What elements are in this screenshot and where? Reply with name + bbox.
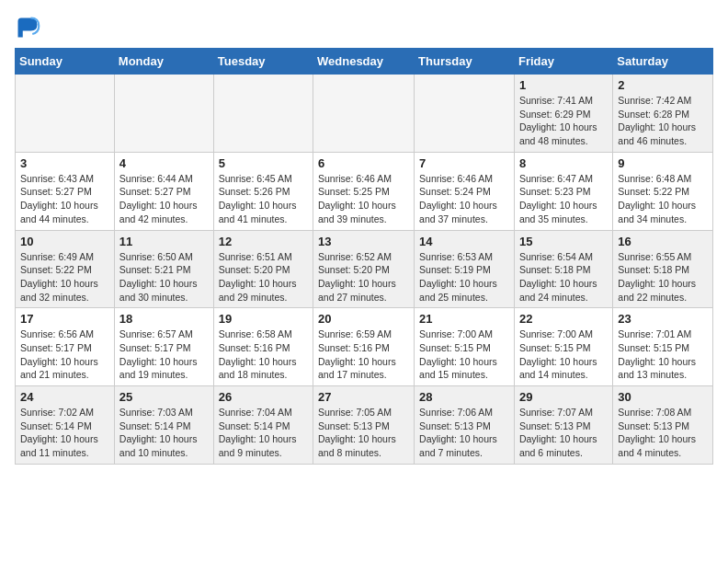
calendar-cell (16, 75, 115, 153)
day-number: 10 (20, 235, 109, 248)
calendar-cell (213, 75, 313, 153)
calendar-cell: 23Sunrise: 7:01 AM Sunset: 5:15 PM Dayli… (613, 308, 713, 386)
calendar-cell: 4Sunrise: 6:44 AM Sunset: 5:27 PM Daylig… (114, 152, 213, 230)
calendar-cell: 3Sunrise: 6:43 AM Sunset: 5:27 PM Daylig… (16, 152, 115, 230)
day-info: Sunrise: 6:48 AM Sunset: 5:22 PM Dayligh… (618, 172, 708, 226)
day-info: Sunrise: 6:57 AM Sunset: 5:17 PM Dayligh… (119, 327, 209, 382)
day-info: Sunrise: 7:02 AM Sunset: 5:14 PM Dayligh… (20, 406, 109, 460)
day-number: 24 (20, 390, 109, 404)
day-number: 12 (219, 235, 308, 248)
day-number: 9 (618, 156, 708, 170)
calendar-cell: 28Sunrise: 7:06 AM Sunset: 5:13 PM Dayli… (415, 386, 515, 465)
calendar-cell (114, 75, 213, 153)
day-info: Sunrise: 6:43 AM Sunset: 5:27 PM Dayligh… (20, 172, 109, 226)
day-number: 27 (318, 390, 409, 404)
day-number: 30 (618, 390, 708, 404)
day-info: Sunrise: 6:56 AM Sunset: 5:17 PM Dayligh… (20, 327, 109, 382)
header (15, 15, 713, 40)
day-number: 14 (419, 235, 509, 248)
day-info: Sunrise: 6:44 AM Sunset: 5:27 PM Dayligh… (119, 172, 209, 226)
calendar-cell: 10Sunrise: 6:49 AM Sunset: 5:22 PM Dayli… (16, 230, 115, 308)
calendar-cell: 19Sunrise: 6:58 AM Sunset: 5:16 PM Dayli… (213, 308, 313, 386)
calendar-week-row: 24Sunrise: 7:02 AM Sunset: 5:14 PM Dayli… (16, 386, 713, 465)
calendar-cell: 15Sunrise: 6:54 AM Sunset: 5:18 PM Dayli… (514, 230, 612, 308)
calendar-week-row: 17Sunrise: 6:56 AM Sunset: 5:17 PM Dayli… (16, 308, 713, 386)
day-info: Sunrise: 7:08 AM Sunset: 5:13 PM Dayligh… (618, 406, 708, 460)
calendar-cell: 26Sunrise: 7:04 AM Sunset: 5:14 PM Dayli… (213, 386, 313, 465)
calendar-cell: 11Sunrise: 6:50 AM Sunset: 5:21 PM Dayli… (114, 230, 213, 308)
calendar-cell: 30Sunrise: 7:08 AM Sunset: 5:13 PM Dayli… (613, 386, 713, 465)
day-number: 4 (119, 156, 209, 170)
day-number: 19 (219, 312, 308, 326)
day-number: 13 (318, 235, 409, 248)
day-info: Sunrise: 7:05 AM Sunset: 5:13 PM Dayligh… (318, 406, 409, 460)
day-number: 5 (219, 156, 308, 170)
calendar-cell: 8Sunrise: 6:47 AM Sunset: 5:23 PM Daylig… (514, 152, 612, 230)
calendar-week-row: 10Sunrise: 6:49 AM Sunset: 5:22 PM Dayli… (16, 230, 713, 308)
day-number: 28 (419, 390, 509, 404)
day-number: 22 (519, 312, 608, 326)
page: SundayMondayTuesdayWednesdayThursdayFrid… (0, 0, 728, 472)
calendar-cell: 1Sunrise: 7:41 AM Sunset: 6:29 PM Daylig… (514, 75, 612, 153)
day-number: 2 (618, 78, 708, 92)
calendar-cell: 24Sunrise: 7:02 AM Sunset: 5:14 PM Dayli… (16, 386, 115, 465)
day-number: 29 (519, 390, 608, 404)
day-info: Sunrise: 6:46 AM Sunset: 5:24 PM Dayligh… (419, 172, 509, 226)
day-number: 11 (119, 235, 209, 248)
day-info: Sunrise: 6:45 AM Sunset: 5:26 PM Dayligh… (219, 172, 308, 226)
col-header-saturday: Saturday (613, 49, 713, 75)
day-info: Sunrise: 6:53 AM Sunset: 5:19 PM Dayligh… (419, 250, 509, 304)
col-header-monday: Monday (114, 49, 213, 75)
calendar-cell: 2Sunrise: 7:42 AM Sunset: 6:28 PM Daylig… (613, 75, 713, 153)
calendar-cell: 6Sunrise: 6:46 AM Sunset: 5:25 PM Daylig… (313, 152, 415, 230)
calendar-cell: 18Sunrise: 6:57 AM Sunset: 5:17 PM Dayli… (114, 308, 213, 386)
day-number: 1 (519, 78, 608, 92)
day-info: Sunrise: 7:01 AM Sunset: 5:15 PM Dayligh… (618, 327, 708, 382)
col-header-wednesday: Wednesday (313, 49, 415, 75)
day-info: Sunrise: 7:04 AM Sunset: 5:14 PM Dayligh… (219, 406, 308, 460)
calendar-week-row: 1Sunrise: 7:41 AM Sunset: 6:29 PM Daylig… (16, 75, 713, 153)
day-number: 25 (119, 390, 209, 404)
col-header-sunday: Sunday (16, 49, 115, 75)
day-number: 15 (519, 235, 608, 248)
calendar-cell: 7Sunrise: 6:46 AM Sunset: 5:24 PM Daylig… (415, 152, 515, 230)
day-info: Sunrise: 6:58 AM Sunset: 5:16 PM Dayligh… (219, 327, 308, 382)
day-info: Sunrise: 6:49 AM Sunset: 5:22 PM Dayligh… (20, 250, 109, 304)
day-info: Sunrise: 6:51 AM Sunset: 5:20 PM Dayligh… (219, 250, 308, 304)
day-info: Sunrise: 7:00 AM Sunset: 5:15 PM Dayligh… (419, 327, 509, 382)
calendar-cell: 12Sunrise: 6:51 AM Sunset: 5:20 PM Dayli… (213, 230, 313, 308)
day-number: 23 (618, 312, 708, 326)
day-number: 7 (419, 156, 509, 170)
calendar-cell (415, 75, 515, 153)
calendar-cell: 9Sunrise: 6:48 AM Sunset: 5:22 PM Daylig… (613, 152, 713, 230)
calendar-cell: 16Sunrise: 6:55 AM Sunset: 5:18 PM Dayli… (613, 230, 713, 308)
day-number: 16 (618, 235, 708, 248)
day-number: 6 (318, 156, 409, 170)
calendar-cell: 27Sunrise: 7:05 AM Sunset: 5:13 PM Dayli… (313, 386, 415, 465)
day-info: Sunrise: 7:03 AM Sunset: 5:14 PM Dayligh… (119, 406, 209, 460)
col-header-tuesday: Tuesday (213, 49, 313, 75)
day-number: 26 (219, 390, 308, 404)
calendar-cell: 5Sunrise: 6:45 AM Sunset: 5:26 PM Daylig… (213, 152, 313, 230)
calendar-cell: 17Sunrise: 6:56 AM Sunset: 5:17 PM Dayli… (16, 308, 115, 386)
logo (15, 15, 44, 40)
day-number: 20 (318, 312, 409, 326)
calendar-cell (313, 75, 415, 153)
day-info: Sunrise: 6:55 AM Sunset: 5:18 PM Dayligh… (618, 250, 708, 304)
logo-icon (15, 15, 40, 40)
day-info: Sunrise: 7:41 AM Sunset: 6:29 PM Dayligh… (519, 94, 608, 148)
day-info: Sunrise: 6:47 AM Sunset: 5:23 PM Dayligh… (519, 172, 608, 226)
day-number: 8 (519, 156, 608, 170)
day-info: Sunrise: 6:46 AM Sunset: 5:25 PM Dayligh… (318, 172, 409, 226)
day-number: 17 (20, 312, 109, 326)
day-info: Sunrise: 6:59 AM Sunset: 5:16 PM Dayligh… (318, 327, 409, 382)
day-number: 18 (119, 312, 209, 326)
day-number: 21 (419, 312, 509, 326)
calendar-cell: 29Sunrise: 7:07 AM Sunset: 5:13 PM Dayli… (514, 386, 612, 465)
calendar-week-row: 3Sunrise: 6:43 AM Sunset: 5:27 PM Daylig… (16, 152, 713, 230)
day-info: Sunrise: 7:42 AM Sunset: 6:28 PM Dayligh… (618, 94, 708, 148)
day-info: Sunrise: 6:50 AM Sunset: 5:21 PM Dayligh… (119, 250, 209, 304)
day-info: Sunrise: 7:06 AM Sunset: 5:13 PM Dayligh… (419, 406, 509, 460)
calendar-table: SundayMondayTuesdayWednesdayThursdayFrid… (15, 48, 713, 465)
day-number: 3 (20, 156, 109, 170)
